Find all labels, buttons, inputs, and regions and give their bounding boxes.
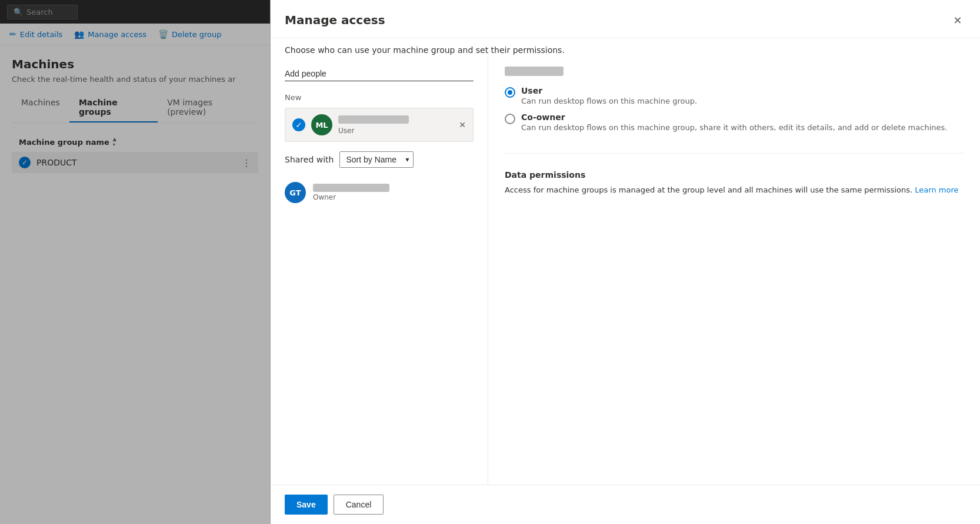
- data-permissions-title: Data permissions: [505, 170, 964, 180]
- new-user-card: ✓ ML User ✕: [285, 108, 474, 142]
- shared-user-role: Owner: [313, 193, 389, 201]
- shared-user-name: [313, 184, 389, 192]
- radio-user-circle[interactable]: [505, 87, 515, 98]
- radio-coowner[interactable]: Co-owner Can run desktop flows on this m…: [505, 112, 964, 132]
- new-user-remove-button[interactable]: ✕: [459, 120, 466, 130]
- data-permissions-body: Access for machine groups is managed at …: [505, 185, 912, 194]
- modal-footer: Save Cancel: [271, 485, 980, 524]
- radio-user-content: User Can run desktop flows on this machi…: [521, 86, 697, 105]
- shared-user-item: GT Owner: [285, 177, 474, 208]
- left-panel: New ✓ ML User ✕ Shared with Sort by Name…: [271, 55, 488, 485]
- shared-user-info: Owner: [313, 184, 389, 201]
- data-permissions-section: Data permissions Access for machine grou…: [505, 170, 964, 196]
- cancel-button[interactable]: Cancel: [334, 495, 384, 515]
- radio-coowner-circle[interactable]: [505, 114, 515, 124]
- shared-with-label: Shared with: [285, 155, 334, 164]
- new-user-role: User: [338, 127, 453, 135]
- modal-title: Manage access: [285, 13, 385, 27]
- new-user-avatar: ML: [311, 114, 332, 135]
- data-permissions-text: Access for machine groups is managed at …: [505, 184, 964, 196]
- manage-access-modal: Manage access ✕ Choose who can use your …: [271, 0, 980, 524]
- learn-more-link[interactable]: Learn more: [915, 185, 958, 194]
- new-user-name: [338, 115, 409, 124]
- shared-user-avatar: GT: [285, 182, 306, 203]
- right-panel: User Can run desktop flows on this machi…: [488, 55, 980, 485]
- modal-close-button[interactable]: ✕: [949, 12, 966, 28]
- modal-body: New ✓ ML User ✕ Shared with Sort by Name…: [271, 55, 980, 485]
- shared-with-row: Shared with Sort by Name Sort by Role: [285, 151, 474, 168]
- radio-user-label: User: [521, 86, 697, 95]
- radio-user[interactable]: User Can run desktop flows on this machi…: [505, 86, 964, 105]
- sort-select-wrapper: Sort by Name Sort by Role: [339, 151, 414, 168]
- sort-by-select[interactable]: Sort by Name Sort by Role: [339, 151, 414, 168]
- new-user-check[interactable]: ✓: [292, 118, 305, 131]
- radio-coowner-content: Co-owner Can run desktop flows on this m…: [521, 112, 947, 132]
- radio-coowner-label: Co-owner: [521, 112, 947, 122]
- new-section-label: New: [285, 93, 474, 102]
- modal-subtitle: Choose who can use your machine group an…: [271, 38, 980, 55]
- role-section-title: [505, 67, 564, 76]
- radio-user-desc: Can run desktop flows on this machine gr…: [521, 97, 697, 105]
- add-people-input[interactable]: [285, 67, 474, 81]
- section-divider: [505, 153, 964, 154]
- add-people-section: [285, 67, 474, 81]
- radio-coowner-desc: Can run desktop flows on this machine gr…: [521, 123, 947, 132]
- new-user-info: User: [338, 115, 453, 135]
- modal-header: Manage access ✕: [271, 0, 980, 38]
- save-button[interactable]: Save: [285, 495, 328, 515]
